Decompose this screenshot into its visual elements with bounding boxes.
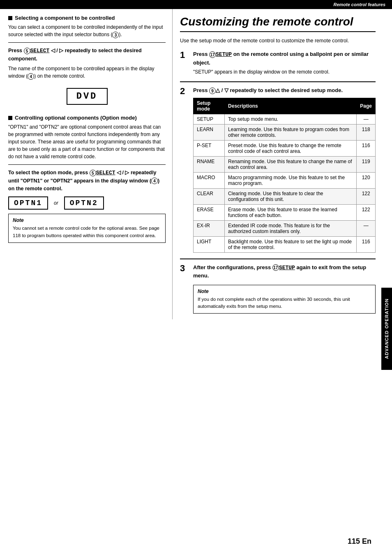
select-label2: SELECT	[96, 170, 115, 176]
table-cell-mode: LEARN	[194, 124, 225, 140]
table-row: RNAMERenaming mode. Use this feature to …	[194, 156, 376, 172]
lcd-optn-row: OPTN1 or OPTN2	[8, 196, 166, 210]
table-cell-page: —	[357, 114, 376, 124]
setup-label-step1: SETUP	[216, 51, 232, 58]
top-bar: Remote control features	[0, 0, 392, 9]
setup-table-body: SETUPTop setup mode menu.—LEARNLearning …	[194, 114, 376, 252]
note-text1: You cannot set a remote control code for…	[13, 225, 161, 239]
table-cell-mode: LIGHT	[194, 236, 225, 252]
section1-desc: The name of the component to be controll…	[8, 65, 166, 80]
table-cell-mode: P-SET	[194, 140, 225, 156]
table-cell-desc: Clearing mode. Use this feature to clear…	[225, 188, 357, 204]
step2: 2 Press 9△ / ▽ repeatedly to select the …	[180, 86, 376, 253]
bullet-icon	[8, 16, 12, 20]
note-title1: Note	[13, 217, 161, 223]
section1-body: You can select a component to be control…	[8, 23, 166, 38]
section1-instruction: Press 5SELECT ◁ / ▷ repeatedly to select…	[8, 47, 166, 62]
table-cell-desc: Erase mode. Use this feature to erase th…	[225, 204, 357, 220]
section2-instruction: To select the option mode, press 5SELECT…	[8, 169, 166, 192]
setup-table: Setup mode Descriptions Page SETUPTop se…	[193, 98, 376, 253]
circle-3: 3	[112, 32, 119, 38]
top-bar-title: Remote control features	[333, 2, 385, 7]
section2-title: Controlling optional components (Option …	[15, 115, 137, 121]
table-cell-mode: RNAME	[194, 156, 225, 172]
table-cell-desc: Preset mode. Use this feature to change …	[225, 140, 357, 156]
side-tab-label: ADVANCED OPERATION	[384, 298, 389, 359]
divider2	[8, 164, 166, 165]
table-cell-page: 116	[357, 140, 376, 156]
circle-17-step1: 17	[209, 51, 216, 58]
step3-text: After the configurations, press 17SETUP …	[193, 263, 376, 280]
step2-text: Press 9△ / ▽ repeatedly to select the de…	[193, 86, 376, 95]
circle-9-step2: 9	[209, 88, 216, 94]
table-cell-page: 122	[357, 204, 376, 220]
table-row: MACROMacro programming mode. Use this fe…	[194, 172, 376, 188]
th-page: Page	[357, 98, 376, 114]
intro-text: Use the setup mode of the remote control…	[180, 37, 376, 45]
step1-number: 1	[180, 50, 190, 60]
table-cell-mode: CLEAR	[194, 188, 225, 204]
bullet-icon2	[8, 116, 12, 120]
table-cell-page: 120	[357, 172, 376, 188]
table-row: LEARNLearning mode. Use this feature to …	[194, 124, 376, 140]
circle-17-step3: 17	[272, 264, 279, 271]
table-row: LIGHTBacklight mode. Use this feature to…	[194, 236, 376, 252]
circle-5-select2: 5	[90, 170, 96, 176]
step3-number: 3	[180, 263, 190, 273]
note-box-step3: Note If you do not complete each of the …	[193, 285, 376, 314]
step-divider2	[180, 259, 376, 259]
section1-title: Selecting a component to be controlled	[15, 15, 115, 21]
table-cell-desc: Renaming mode. Use this feature to chang…	[225, 156, 357, 172]
table-cell-desc: Macro programming mode. Use this feature…	[225, 172, 357, 188]
section2-body: "OPTN1" and "OPTN2" are optional compone…	[8, 123, 166, 160]
note-box-section2: Note You cannot set a remote control cod…	[8, 214, 166, 243]
circle-5-select: 5	[24, 48, 30, 54]
table-cell-desc: Learning mode. Use this feature to progr…	[225, 124, 357, 140]
setup-label-step3: SETUP	[279, 265, 295, 271]
right-title: Customizing the remote control	[180, 15, 376, 32]
table-cell-page: —	[357, 220, 376, 236]
step1-text: Press 17SETUP on the remote control usin…	[193, 50, 376, 67]
step3-content: After the configurations, press 17SETUP …	[193, 263, 376, 280]
table-cell-mode: SETUP	[194, 114, 225, 124]
section2-heading: Controlling optional components (Option …	[8, 115, 166, 121]
step1-body: "SETUP" appears in the display window on…	[193, 68, 376, 76]
table-cell-desc: Extended IR code mode. This feature is f…	[225, 220, 357, 236]
table-row: CLEARClearing mode. Use this feature to …	[194, 188, 376, 204]
table-cell-mode: EX-IR	[194, 220, 225, 236]
right-column: Customizing the remote control Use the s…	[173, 9, 392, 319]
lcd-dvd-container: DVD	[8, 84, 166, 109]
note-title2: Note	[198, 289, 371, 294]
select-label: SELECT	[30, 48, 50, 54]
lcd-optn1-display: OPTN1	[8, 196, 48, 210]
step2-content: Press 9△ / ▽ repeatedly to select the de…	[193, 86, 376, 253]
note-text2: If you do not complete each of the opera…	[198, 296, 371, 310]
table-cell-page: 122	[357, 188, 376, 204]
table-cell-page: 116	[357, 236, 376, 252]
lcd-dvd-display: DVD	[67, 88, 108, 105]
table-header-row: Setup mode Descriptions Page	[194, 98, 376, 114]
table-row: ERASEErase mode. Use this feature to era…	[194, 204, 376, 220]
th-setup-mode: Setup mode	[194, 98, 225, 114]
or-label: or	[54, 200, 58, 206]
table-cell-desc: Top setup mode menu.	[225, 114, 357, 124]
step2-number: 2	[180, 86, 190, 96]
content-area: Selecting a component to be controlled Y…	[0, 9, 392, 319]
step-divider1	[180, 81, 376, 82]
step3: 3 After the configurations, press 17SETU…	[180, 263, 376, 280]
th-descriptions: Descriptions	[225, 98, 357, 114]
circle-4: 4	[28, 73, 34, 80]
section1-heading: Selecting a component to be controlled	[8, 15, 166, 21]
lcd-optn2-display: OPTN2	[64, 196, 104, 210]
step1: 1 Press 17SETUP on the remote control us…	[180, 50, 376, 76]
left-column: Selecting a component to be controlled Y…	[0, 9, 173, 319]
divider1	[8, 42, 166, 43]
step1-content: Press 17SETUP on the remote control usin…	[193, 50, 376, 76]
table-row: SETUPTop setup mode menu.—	[194, 114, 376, 124]
circle-4b: 4	[151, 178, 158, 184]
table-cell-mode: MACRO	[194, 172, 225, 188]
page-number: 115 En	[348, 537, 371, 546]
side-tab-advanced-operation: ADVANCED OPERATION	[381, 288, 392, 370]
page-wrapper: Remote control features ADVANCED OPERATI…	[0, 0, 392, 554]
table-cell-page: 119	[357, 156, 376, 172]
